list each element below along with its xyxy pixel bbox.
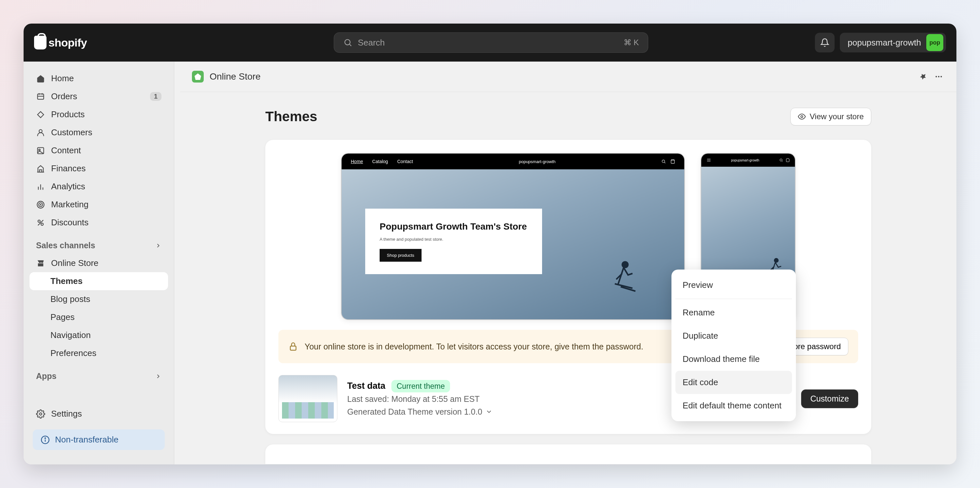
- pin-button[interactable]: [917, 71, 929, 83]
- topbar: shopify Search ⌘ K popupsmart-growth pop: [24, 24, 956, 62]
- orders-badge: 1: [150, 92, 161, 101]
- sidebar-item-label: Analytics: [51, 181, 85, 192]
- eye-icon: [798, 113, 806, 121]
- sidebar-item-content[interactable]: Content: [29, 141, 168, 159]
- section-header-label: Sales channels: [36, 241, 95, 250]
- customize-button[interactable]: Customize: [801, 389, 858, 408]
- sidebar-item-discounts[interactable]: Discounts: [29, 213, 168, 232]
- bell-icon: [820, 38, 829, 47]
- discounts-icon: [36, 218, 45, 227]
- sidebar-sub-label: Blog posts: [51, 294, 90, 304]
- search-shortcut: ⌘ K: [624, 38, 639, 47]
- svg-rect-33: [290, 346, 296, 350]
- popover-duplicate[interactable]: Duplicate: [675, 324, 792, 348]
- app-window: shopify Search ⌘ K popupsmart-growth pop…: [24, 24, 956, 464]
- sidebar-item-online-store[interactable]: Online Store: [29, 254, 168, 272]
- shopify-logo: shopify: [34, 36, 87, 49]
- bag-icon: [670, 159, 675, 164]
- view-store-button[interactable]: View your store: [791, 108, 871, 126]
- preview-nav-contact: Contact: [397, 159, 413, 164]
- search-icon: [779, 158, 783, 162]
- preview-brand: popupsmart-growth: [519, 159, 555, 164]
- search-input[interactable]: Search ⌘ K: [334, 32, 648, 53]
- customers-icon: [36, 128, 45, 137]
- products-icon: [36, 110, 45, 119]
- popover-edit-default-content[interactable]: Edit default theme content: [675, 394, 792, 417]
- store-name: popupsmart-growth: [848, 38, 921, 48]
- content-body: Themes View your store Home Catalog: [180, 92, 956, 464]
- sidebar-item-label: Home: [51, 73, 74, 84]
- sidebar-sub-label: Preferences: [51, 348, 96, 358]
- hero-title: Popupsmart Growth Team's Store: [380, 221, 528, 232]
- view-store-label: View your store: [810, 112, 864, 121]
- body-area: Home Orders 1 Products Customers Content: [24, 62, 956, 464]
- sidebar-sub-preferences[interactable]: Preferences: [29, 344, 168, 362]
- svg-point-5: [39, 149, 40, 151]
- notifications-button[interactable]: [815, 33, 835, 52]
- theme-version: Generated Data Theme version 1.0.0: [347, 407, 482, 416]
- sidebar-item-label: Content: [51, 145, 81, 156]
- preview-mobile-brand: popupsmart-growth: [731, 159, 759, 162]
- preview-nav-home: Home: [351, 159, 363, 164]
- popover-rename[interactable]: Rename: [675, 301, 792, 324]
- sidebar: Home Orders 1 Products Customers Content: [24, 62, 174, 464]
- hero-cta: Shop products: [380, 249, 422, 262]
- hero-card: Popupsmart Growth Team's Store A theme a…: [365, 209, 542, 274]
- sidebar-sub-blog-posts[interactable]: Blog posts: [29, 290, 168, 308]
- sidebar-sub-label: Pages: [51, 312, 75, 322]
- sidebar-item-marketing[interactable]: Marketing: [29, 196, 168, 213]
- sidebar-item-home[interactable]: Home: [29, 70, 168, 87]
- orders-icon: [36, 92, 45, 101]
- sidebar-sub-navigation[interactable]: Navigation: [29, 326, 168, 344]
- store-avatar: pop: [926, 34, 943, 51]
- menu-icon: [706, 158, 711, 162]
- shopify-bag-icon: [34, 36, 46, 49]
- bag-icon: [786, 158, 790, 162]
- popover-divider: [675, 299, 792, 299]
- svg-line-14: [38, 220, 43, 225]
- sidebar-item-label: Settings: [51, 409, 82, 419]
- svg-point-20: [938, 76, 939, 77]
- svg-point-22: [801, 116, 803, 118]
- online-store-icon: [192, 71, 204, 83]
- skier-icon: [609, 258, 638, 294]
- section-header-label: Apps: [36, 371, 57, 381]
- svg-line-24: [665, 162, 665, 164]
- search-icon: [661, 159, 666, 164]
- page-heading: Themes: [265, 109, 317, 124]
- svg-line-1: [350, 44, 352, 46]
- sidebar-item-analytics[interactable]: Analytics: [29, 178, 168, 196]
- sidebar-sub-themes[interactable]: Themes: [29, 272, 168, 290]
- sales-channels-header[interactable]: Sales channels: [29, 232, 168, 254]
- current-theme-badge: Current theme: [391, 380, 450, 393]
- apps-header[interactable]: Apps: [29, 362, 168, 385]
- svg-point-21: [940, 76, 942, 77]
- store-switcher[interactable]: popupsmart-growth pop: [840, 33, 946, 52]
- sidebar-item-settings[interactable]: Settings: [29, 405, 168, 423]
- sidebar-item-label: Products: [51, 110, 85, 119]
- theme-version-row[interactable]: Generated Data Theme version 1.0.0: [347, 407, 493, 416]
- popover-preview[interactable]: Preview: [675, 273, 792, 297]
- more-button[interactable]: [933, 71, 945, 83]
- popover-edit-code[interactable]: Edit code: [675, 371, 792, 394]
- non-transferable-pill: Non-transferable: [33, 429, 165, 450]
- sidebar-item-products[interactable]: Products: [29, 105, 168, 124]
- theme-meta: Test data Current theme Last saved: Mond…: [347, 381, 493, 416]
- preview-mobile-header: popupsmart-growth: [701, 154, 795, 167]
- sidebar-item-finances[interactable]: Finances: [29, 159, 168, 178]
- svg-point-18: [45, 437, 46, 438]
- gear-icon: [36, 409, 45, 418]
- svg-point-3: [39, 129, 42, 132]
- theme-thumbnail: [278, 375, 337, 422]
- popover-download[interactable]: Download theme file: [675, 348, 792, 371]
- sidebar-sub-pages[interactable]: Pages: [29, 308, 168, 326]
- svg-line-31: [782, 161, 783, 162]
- sidebar-item-orders[interactable]: Orders 1: [29, 87, 168, 105]
- sidebar-item-label: Online Store: [51, 258, 99, 268]
- sidebar-item-label: Customers: [51, 127, 92, 138]
- svg-point-13: [41, 223, 43, 225]
- sidebar-item-customers[interactable]: Customers: [29, 124, 168, 141]
- sidebar-item-label: Discounts: [51, 218, 88, 227]
- analytics-icon: [36, 182, 45, 191]
- sidebar-item-label: Orders: [51, 91, 77, 102]
